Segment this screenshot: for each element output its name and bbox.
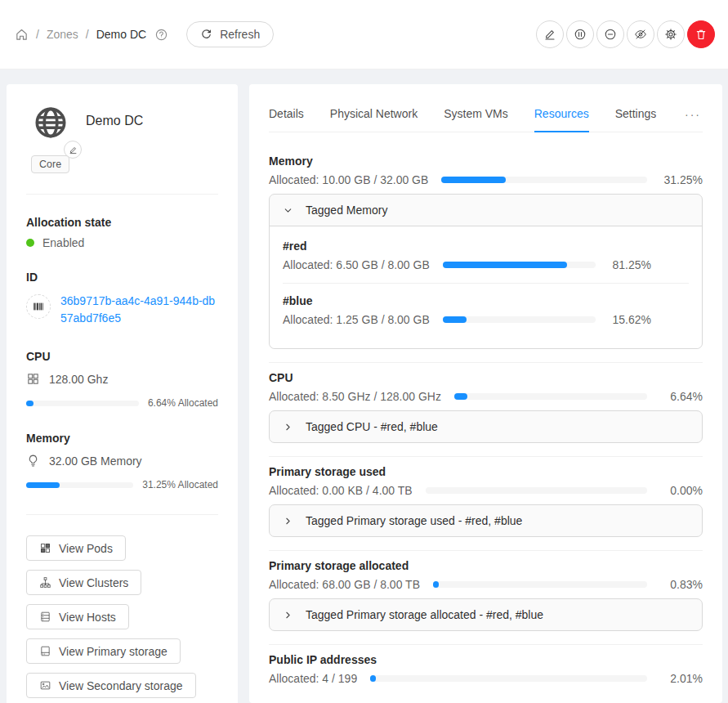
progress-bar <box>441 177 647 183</box>
id-row: 36b9717b-aa4c-4a91-944b-db57abd7f6e5 <box>26 293 218 327</box>
tab-system-vms[interactable]: System VMs <box>444 97 508 132</box>
question-circle-icon[interactable] <box>154 28 168 42</box>
collapse-label: Tagged Memory <box>306 204 387 217</box>
collapse-label: Tagged Primary storage used - #red, #blu… <box>306 514 522 527</box>
tabs-more-icon[interactable]: ··· <box>683 98 703 132</box>
cpu-icon <box>26 372 40 386</box>
pause-circle-icon <box>574 28 587 41</box>
action-eye-invisible-button[interactable] <box>627 20 654 48</box>
tab-physical-network[interactable]: Physical Network <box>330 97 418 132</box>
refresh-button-label: Refresh <box>220 28 260 41</box>
tab-details[interactable]: Details <box>269 97 304 132</box>
chevron-down-icon <box>283 205 293 216</box>
view-buttons: View Pods View Clusters View Hosts View … <box>26 535 218 698</box>
allocated-text: Allocated: 6.50 GB / 8.00 GB <box>283 258 430 271</box>
tagged-memory-collapse: Tagged Memory #red Allocated: 6.50 GB / … <box>269 194 703 349</box>
collapse-header[interactable]: Tagged Primary storage allocated - #red,… <box>270 599 702 630</box>
allocated-text: Allocated: 4 / 199 <box>269 672 357 685</box>
chevron-right-icon <box>283 516 293 526</box>
action-settings-button[interactable] <box>657 20 685 48</box>
progress-bar <box>443 316 596 323</box>
minus-circle-icon <box>604 28 617 41</box>
collapse-header[interactable]: Tagged Memory <box>270 195 702 226</box>
allocated-text: Allocated: 8.50 GHz / 128.00 GHz <box>269 390 441 403</box>
zone-id-value[interactable]: 36b9717b-aa4c-4a91-944b-db57abd7f6e5 <box>60 293 218 327</box>
cluster-icon <box>39 576 51 589</box>
resource-title: CPU <box>269 371 703 384</box>
progress-bar <box>426 487 647 494</box>
resource-row: Allocated: 68.00 GB / 8.00 TB 0.83% <box>269 578 703 591</box>
action-minus-button[interactable] <box>596 20 624 48</box>
view-primary-storage-button[interactable]: View Primary storage <box>26 638 181 664</box>
tag-name: #blue <box>283 294 689 307</box>
home-icon[interactable] <box>15 28 29 42</box>
zone-detail-card: Details Physical Network System VMs Reso… <box>249 84 722 703</box>
pods-icon <box>39 542 51 554</box>
eye-invisible-icon <box>634 28 647 41</box>
refresh-button[interactable]: Refresh <box>186 21 274 47</box>
action-edit-button[interactable] <box>536 20 564 48</box>
view-pods-label: View Pods <box>59 542 113 555</box>
collapse-header[interactable]: Tagged Primary storage used - #red, #blu… <box>270 505 702 536</box>
percent-label: 0.00% <box>659 484 703 497</box>
tagged-row: Allocated: 6.50 GB / 8.00 GB 81.25% <box>283 258 689 271</box>
allocated-text: Allocated: 10.00 GB / 32.00 GB <box>269 173 428 186</box>
view-hosts-label: View Hosts <box>59 611 116 624</box>
percent-label: 2.01% <box>659 672 703 685</box>
memory-value-row: 32.00 GB Memory <box>26 454 218 468</box>
resource-title: Public IP addresses <box>269 653 703 666</box>
action-pause-button[interactable] <box>566 20 594 48</box>
resource-row: Allocated: 10.00 GB / 32.00 GB 31.25% <box>269 173 703 186</box>
view-hosts-button[interactable]: View Hosts <box>26 604 129 629</box>
breadcrumb-separator: / <box>86 28 89 41</box>
zone-detail-page: / Zones / Demo DC Refresh <box>0 0 728 703</box>
memory-label: Memory <box>26 432 218 445</box>
action-delete-button[interactable] <box>687 20 715 48</box>
tab-resources[interactable]: Resources <box>534 97 589 132</box>
cpu-progress-bar <box>26 401 139 406</box>
percent-label: 6.64% <box>659 390 703 403</box>
zone-title: Demo DC <box>86 114 143 128</box>
view-clusters-button[interactable]: View Clusters <box>26 570 141 595</box>
top-bar: / Zones / Demo DC Refresh <box>0 0 728 69</box>
collapse-header[interactable]: Tagged CPU - #red, #blue <box>270 411 702 442</box>
tab-settings[interactable]: Settings <box>615 97 657 132</box>
tagged-cpu-collapse: Tagged CPU - #red, #blue <box>269 410 703 443</box>
divider <box>26 514 218 515</box>
collapse-label: Tagged CPU - #red, #blue <box>306 420 438 433</box>
resource-title: Primary storage allocated <box>269 559 703 572</box>
status-dot <box>26 239 34 247</box>
percent-label: 0.83% <box>659 578 703 591</box>
cpu-value: 128.00 Ghz <box>49 373 108 386</box>
view-pods-button[interactable]: View Pods <box>26 535 126 561</box>
zone-summary-card: Demo DC Core Allocation state Enabled ID… <box>7 84 238 703</box>
divider <box>283 283 689 284</box>
divider <box>269 362 703 363</box>
resource-section-memory: Memory Allocated: 10.00 GB / 32.00 GB 31… <box>269 154 703 349</box>
view-secondary-storage-button[interactable]: View Secondary storage <box>26 673 196 698</box>
resource-section-cpu: CPU Allocated: 8.50 GHz / 128.00 GHz 6.6… <box>269 371 703 443</box>
resource-section-public-ip: Public IP addresses Allocated: 4 / 199 2… <box>269 653 703 685</box>
view-clusters-label: View Clusters <box>59 576 128 589</box>
resource-title: Primary storage used <box>269 465 703 478</box>
tagged-primary-storage-allocated-collapse: Tagged Primary storage allocated - #red,… <box>269 598 703 631</box>
percent-label: 31.25% <box>659 173 703 186</box>
allocated-text: Allocated: 68.00 GB / 8.00 TB <box>269 578 420 591</box>
percent-label: 15.62% <box>607 313 651 326</box>
memory-progress-row: 31.25% Allocated <box>26 479 218 490</box>
resource-section-primary-storage-used: Primary storage used Allocated: 0.00 KB … <box>269 465 703 537</box>
memory-percent-label: 31.25% Allocated <box>142 479 218 490</box>
cpu-value-row: 128.00 Ghz <box>26 372 218 386</box>
memory-progress-bar <box>26 482 133 488</box>
bulb-icon <box>26 454 40 468</box>
view-primary-storage-label: View Primary storage <box>59 645 167 658</box>
progress-bar <box>370 675 647 682</box>
resource-row: Allocated: 4 / 199 2.01% <box>269 672 703 685</box>
view-secondary-storage-label: View Secondary storage <box>59 679 183 692</box>
edit-icon <box>543 28 556 41</box>
chevron-right-icon <box>283 422 293 432</box>
breadcrumb-zones-link[interactable]: Zones <box>47 28 78 41</box>
delete-icon <box>695 28 708 41</box>
progress-bar <box>454 393 647 400</box>
breadcrumb-current: Demo DC <box>96 28 146 41</box>
